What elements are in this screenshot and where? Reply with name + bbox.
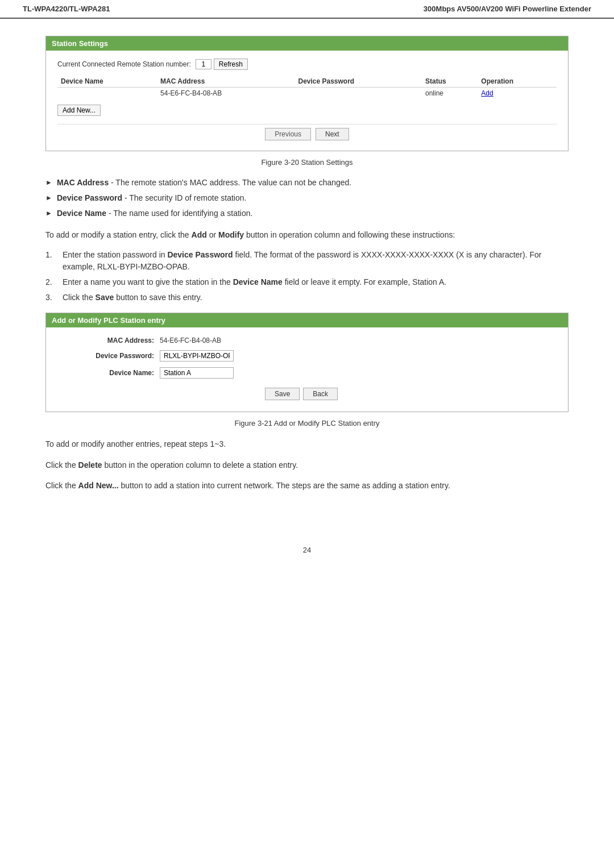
current-connected-row: Current Connected Remote Station number:…: [57, 59, 557, 70]
cell-operation: Add: [478, 88, 557, 99]
plc-name-input[interactable]: [160, 367, 234, 379]
para1: To add or modify another entries, repeat…: [45, 438, 569, 450]
back-button[interactable]: Back: [303, 388, 338, 400]
station-settings-figure-box: Station Settings Current Connected Remot…: [45, 36, 569, 151]
bullet-item-name: ► Device Name - The name used for identi…: [45, 207, 569, 219]
col-operation: Operation: [478, 76, 557, 88]
current-connected-label: Current Connected Remote Station number:: [57, 60, 191, 68]
step-3-text: Click the Save button to save this entry…: [63, 292, 202, 304]
page-header: TL-WPA4220/TL-WPA281 300Mbps AV500/AV200…: [0, 0, 614, 19]
step-1-text: Enter the station password in Device Pas…: [63, 249, 569, 273]
plc-name-row: Device Name:: [80, 367, 557, 379]
plc-password-label: Device Password:: [80, 352, 154, 360]
plc-name-label: Device Name:: [80, 369, 154, 377]
plc-mac-label: MAC Address:: [80, 337, 154, 344]
cell-device-name: [57, 88, 157, 99]
next-button[interactable]: Next: [316, 128, 349, 140]
col-mac-address: MAC Address: [157, 76, 294, 88]
step-1-num: 1.: [45, 249, 63, 261]
header-title: 300Mbps AV500/AV200 WiFi Powerline Exten…: [424, 5, 591, 13]
previous-button[interactable]: Previous: [265, 128, 311, 140]
bullet-item-mac: ► MAC Address - The remote station's MAC…: [45, 177, 569, 189]
station-settings-header: Station Settings: [46, 36, 568, 51]
step-3-num: 3.: [45, 292, 63, 304]
page-number: 24: [0, 546, 614, 554]
bullet-text-mac: MAC Address - The remote station's MAC a…: [57, 177, 351, 189]
main-content: Station Settings Current Connected Remot…: [0, 30, 614, 523]
station-settings-body: Current Connected Remote Station number:…: [46, 51, 568, 151]
step-3: 3. Click the Save button to save this en…: [45, 292, 569, 304]
col-status: Status: [422, 76, 478, 88]
add-link[interactable]: Add: [481, 89, 493, 97]
plc-password-input[interactable]: [160, 350, 234, 362]
steps-list: 1. Enter the station password in Device …: [45, 249, 569, 304]
bullet-item-password: ► Device Password - The security ID of r…: [45, 192, 569, 204]
station-number-input[interactable]: [196, 59, 211, 69]
plc-password-row: Device Password:: [80, 350, 557, 362]
para3: Click the Add New... button to add a sta…: [45, 479, 569, 492]
bullet-arrow-3: ►: [45, 208, 52, 218]
bullet-list: ► MAC Address - The remote station's MAC…: [45, 177, 569, 219]
station-table: Device Name MAC Address Device Password …: [57, 76, 557, 99]
figure20-caption: Figure 3-20 Station Settings: [45, 158, 569, 167]
figure21-caption: Figure 3-21 Add or Modify PLC Station en…: [45, 419, 569, 427]
plc-mac-value: 54-E6-FC-B4-08-AB: [160, 337, 221, 344]
save-button[interactable]: Save: [265, 388, 300, 400]
cell-device-password: [294, 88, 422, 99]
refresh-button[interactable]: Refresh: [214, 59, 248, 70]
bullet-text-password: Device Password - The security ID of rem…: [57, 192, 247, 204]
plc-figure-box: Add or Modify PLC Station entry MAC Addr…: [45, 313, 569, 412]
add-new-button[interactable]: Add New...: [57, 105, 101, 116]
table-row: 54-E6-FC-B4-08-AB online Add: [57, 88, 557, 99]
step-2-num: 2.: [45, 276, 63, 288]
station-nav-buttons: Previous Next: [57, 124, 557, 143]
header-model: TL-WPA4220/TL-WPA281: [23, 5, 110, 13]
table-header-row: Device Name MAC Address Device Password …: [57, 76, 557, 88]
cell-status: online: [422, 88, 478, 99]
plc-nav-buttons: Save Back: [46, 384, 557, 402]
step-2: 2. Enter a name you want to give the sta…: [45, 276, 569, 288]
col-device-password: Device Password: [294, 76, 422, 88]
plc-header: Add or Modify PLC Station entry: [46, 313, 568, 327]
intro-paragraph: To add or modify a station entry, click …: [45, 229, 569, 241]
bullet-arrow-2: ►: [45, 193, 52, 203]
para2: Click the Delete button in the operation…: [45, 459, 569, 471]
bullet-arrow-1: ►: [45, 177, 52, 188]
plc-body: MAC Address: 54-E6-FC-B4-08-AB Device Pa…: [46, 327, 568, 412]
step-2-text: Enter a name you want to give the statio…: [63, 276, 446, 288]
cell-mac-address: 54-E6-FC-B4-08-AB: [157, 88, 294, 99]
col-device-name: Device Name: [57, 76, 157, 88]
plc-mac-row: MAC Address: 54-E6-FC-B4-08-AB: [80, 337, 557, 344]
bullet-text-name: Device Name - The name used for identify…: [57, 207, 253, 219]
step-1: 1. Enter the station password in Device …: [45, 249, 569, 273]
